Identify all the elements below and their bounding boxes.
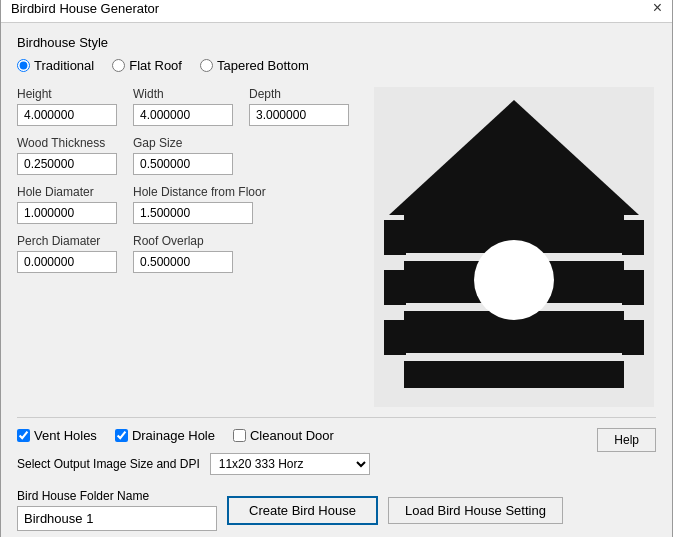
height-input[interactable]	[17, 104, 117, 126]
field-hole-diameter: Hole Diamater	[17, 185, 117, 224]
output-label: Select Output Image Size and DPI	[17, 457, 200, 471]
row-perch-roof: Perch Diamater Roof Overlap	[17, 234, 361, 273]
field-width: Width	[133, 87, 233, 126]
cleanout-door-label: Cleanout Door	[250, 428, 334, 443]
birdhouse-preview	[374, 87, 654, 407]
output-row: Select Output Image Size and DPI 11x20 3…	[17, 453, 370, 475]
gap-size-label: Gap Size	[133, 136, 233, 150]
field-height: Height	[17, 87, 117, 126]
folder-label: Bird House Folder Name	[17, 489, 217, 503]
svg-marker-0	[389, 100, 639, 215]
height-label: Height	[17, 87, 117, 101]
vent-holes-label: Vent Holes	[34, 428, 97, 443]
close-button[interactable]: ×	[653, 0, 662, 16]
depth-input[interactable]	[249, 104, 349, 126]
perch-diameter-input[interactable]	[17, 251, 117, 273]
hole-distance-label: Hole Distance from Floor	[133, 185, 266, 199]
drainage-hole-label: Drainage Hole	[132, 428, 215, 443]
right-panel	[371, 87, 656, 407]
row-height-width-depth: Height Width Depth	[17, 87, 361, 126]
roof-overlap-label: Roof Overlap	[133, 234, 233, 248]
load-button[interactable]: Load Bird House Setting	[388, 497, 563, 524]
svg-rect-5	[384, 220, 406, 255]
field-wood-thickness: Wood Thickness	[17, 136, 117, 175]
svg-rect-7	[384, 270, 406, 305]
radio-flat-roof[interactable]: Flat Roof	[112, 58, 182, 73]
hole-diameter-input[interactable]	[17, 202, 117, 224]
svg-rect-8	[622, 270, 644, 305]
perch-diameter-label: Perch Diamater	[17, 234, 117, 248]
birdhouse-svg	[384, 95, 644, 400]
width-input[interactable]	[133, 104, 233, 126]
checkbox-drainage-hole[interactable]: Drainage Hole	[115, 428, 215, 443]
radio-traditional[interactable]: Traditional	[17, 58, 94, 73]
gap-size-input[interactable]	[133, 153, 233, 175]
radio-tapered-bottom-label: Tapered Bottom	[217, 58, 309, 73]
svg-point-11	[474, 240, 554, 320]
field-roof-overlap: Roof Overlap	[133, 234, 233, 273]
action-row: Bird House Folder Name Create Bird House…	[17, 489, 656, 531]
radio-tapered-bottom[interactable]: Tapered Bottom	[200, 58, 309, 73]
depth-label: Depth	[249, 87, 349, 101]
field-hole-distance: Hole Distance from Floor	[133, 185, 266, 224]
width-label: Width	[133, 87, 233, 101]
radio-flat-roof-label: Flat Roof	[129, 58, 182, 73]
checkbox-row: Vent Holes Drainage Hole Cleanout Door	[17, 428, 370, 443]
main-window: Birdbird House Generator × Birdhouse Sty…	[0, 0, 673, 537]
create-button[interactable]: Create Bird House	[227, 496, 378, 525]
svg-rect-4	[404, 353, 624, 361]
checkbox-cleanout-door[interactable]: Cleanout Door	[233, 428, 334, 443]
wood-thickness-label: Wood Thickness	[17, 136, 117, 150]
row-wood-gap: Wood Thickness Gap Size	[17, 136, 361, 175]
field-depth: Depth	[249, 87, 349, 126]
output-select[interactable]: 11x20 333 Horz 8x10 200 Horz 4x6 150 Hor…	[210, 453, 370, 475]
bottom-section: Vent Holes Drainage Hole Cleanout Door S…	[17, 417, 656, 531]
title-bar: Birdbird House Generator ×	[1, 0, 672, 23]
folder-section: Bird House Folder Name	[17, 489, 217, 531]
main-area: Height Width Depth Wood Thickness	[17, 87, 656, 407]
window-title: Birdbird House Generator	[11, 1, 159, 16]
svg-rect-10	[622, 320, 644, 355]
hole-distance-input[interactable]	[133, 202, 253, 224]
radio-group-style: Traditional Flat Roof Tapered Bottom	[17, 58, 656, 73]
folder-name-input[interactable]	[17, 506, 217, 531]
wood-thickness-input[interactable]	[17, 153, 117, 175]
help-button[interactable]: Help	[597, 428, 656, 452]
svg-rect-9	[384, 320, 406, 355]
svg-rect-6	[622, 220, 644, 255]
hole-diameter-label: Hole Diamater	[17, 185, 117, 199]
checkbox-vent-holes[interactable]: Vent Holes	[17, 428, 97, 443]
style-section-label: Birdhouse Style	[17, 35, 656, 50]
radio-traditional-label: Traditional	[34, 58, 94, 73]
roof-overlap-input[interactable]	[133, 251, 233, 273]
field-gap-size: Gap Size	[133, 136, 233, 175]
row-hole: Hole Diamater Hole Distance from Floor	[17, 185, 361, 224]
left-panel: Height Width Depth Wood Thickness	[17, 87, 361, 407]
field-perch-diameter: Perch Diamater	[17, 234, 117, 273]
